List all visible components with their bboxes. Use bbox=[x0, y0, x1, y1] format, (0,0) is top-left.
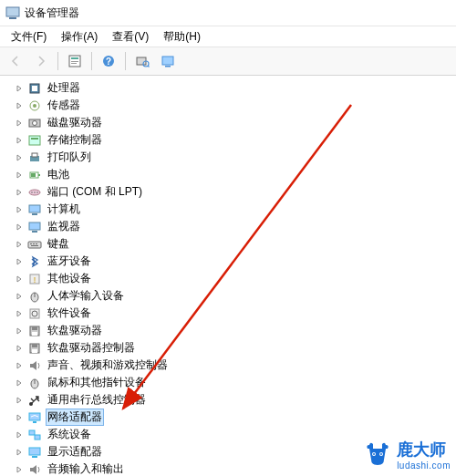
hid-icon bbox=[27, 289, 42, 304]
tree-item-usb[interactable]: 通用串行总线控制器 bbox=[5, 391, 456, 409]
svg-point-18 bbox=[33, 120, 37, 125]
expand-icon[interactable] bbox=[13, 238, 26, 251]
tree-item-label[interactable]: 网络适配器 bbox=[46, 409, 104, 426]
tree-item-cpu[interactable]: 处理器 bbox=[5, 79, 456, 97]
nav-back-button[interactable] bbox=[4, 49, 27, 73]
svg-text:?: ? bbox=[106, 57, 111, 67]
view-button[interactable] bbox=[156, 49, 180, 73]
network-icon bbox=[27, 410, 42, 425]
tree-item-printer[interactable]: 打印队列 bbox=[5, 149, 456, 166]
menu-action[interactable]: 操作(A) bbox=[54, 27, 105, 47]
tree-item-floppy[interactable]: 软盘驱动器 bbox=[5, 322, 456, 339]
tree-item-label[interactable]: 声音、视频和游戏控制器 bbox=[46, 357, 170, 374]
tree-item-label[interactable]: 电池 bbox=[46, 166, 71, 183]
tree-item-label[interactable]: 软盘驱动器 bbox=[46, 322, 104, 339]
tree-item-label[interactable]: 显示适配器 bbox=[46, 443, 104, 460]
expand-icon[interactable] bbox=[13, 290, 26, 303]
properties-button[interactable] bbox=[63, 49, 87, 73]
expand-icon[interactable] bbox=[13, 342, 26, 355]
watermark-brand: 鹿大师 bbox=[397, 440, 446, 459]
expand-icon[interactable] bbox=[13, 203, 26, 216]
scan-hardware-button[interactable] bbox=[130, 49, 154, 73]
tree-item-computer[interactable]: 计算机 bbox=[5, 201, 456, 218]
tree-item-label[interactable]: 计算机 bbox=[46, 201, 82, 218]
expand-icon[interactable] bbox=[13, 429, 26, 441]
expand-icon[interactable] bbox=[13, 134, 26, 147]
expand-icon[interactable] bbox=[13, 307, 26, 320]
menu-view[interactable]: 查看(V) bbox=[105, 27, 156, 47]
tree-item-label[interactable]: 磁盘驱动器 bbox=[46, 114, 104, 131]
tree-item-mouse[interactable]: 鼠标和其他指针设备 bbox=[5, 374, 456, 391]
expand-icon[interactable] bbox=[13, 255, 26, 268]
expand-icon[interactable] bbox=[13, 99, 26, 112]
nav-forward-button[interactable] bbox=[29, 49, 53, 73]
svg-point-27 bbox=[31, 191, 33, 193]
tree-item-label[interactable]: 传感器 bbox=[46, 97, 82, 114]
tree-item-bluetooth[interactable]: 蓝牙设备 bbox=[5, 253, 456, 270]
expand-icon[interactable] bbox=[13, 377, 26, 389]
svg-rect-31 bbox=[32, 213, 37, 215]
help-button[interactable]: ? bbox=[97, 49, 120, 73]
tree-item-floppyctl[interactable]: 软盘驱动器控制器 bbox=[5, 339, 456, 357]
tree-item-other[interactable]: !其他设备 bbox=[5, 270, 456, 287]
svg-text:!: ! bbox=[34, 275, 36, 285]
tree-item-label[interactable]: 端口 (COM 和 LPT) bbox=[46, 183, 144, 201]
expand-icon[interactable] bbox=[13, 169, 26, 181]
titlebar: 设备管理器 bbox=[0, 0, 456, 26]
expand-icon[interactable] bbox=[13, 82, 26, 95]
tree-item-label[interactable]: 鼠标和其他指针设备 bbox=[46, 374, 148, 391]
menu-help[interactable]: 帮助(H) bbox=[156, 27, 208, 47]
expand-icon[interactable] bbox=[13, 411, 26, 424]
expand-icon[interactable] bbox=[13, 463, 26, 476]
expand-icon[interactable] bbox=[13, 446, 26, 459]
watermark-url: ludashi.com bbox=[397, 460, 451, 471]
tree-item-hid[interactable]: 人体学输入设备 bbox=[5, 287, 456, 305]
svg-point-16 bbox=[33, 104, 36, 108]
tree-item-label[interactable]: 键盘 bbox=[46, 235, 71, 253]
tree-item-label[interactable]: 打印队列 bbox=[46, 149, 93, 166]
tree-item-audio[interactable]: 声音、视频和游戏控制器 bbox=[5, 357, 456, 374]
tree-item-label[interactable]: 通用串行总线控制器 bbox=[46, 391, 148, 409]
tree-item-storage[interactable]: 存储控制器 bbox=[5, 131, 456, 149]
tree-item-sensor[interactable]: 传感器 bbox=[5, 97, 456, 114]
tree-item-label[interactable]: 处理器 bbox=[46, 79, 82, 97]
tree-item-disk[interactable]: 磁盘驱动器 bbox=[5, 114, 456, 131]
svg-point-63 bbox=[373, 453, 375, 455]
expand-icon[interactable] bbox=[13, 186, 26, 199]
device-tree[interactable]: 处理器传感器磁盘驱动器存储控制器打印队列电池端口 (COM 和 LPT)计算机监… bbox=[0, 76, 456, 476]
svg-rect-1 bbox=[9, 17, 16, 19]
tree-item-label[interactable]: 其他设备 bbox=[46, 270, 93, 287]
svg-rect-55 bbox=[33, 421, 36, 423]
tree-item-label[interactable]: 软盘驱动器控制器 bbox=[46, 339, 137, 357]
tree-item-port[interactable]: 端口 (COM 和 LPT) bbox=[5, 183, 456, 201]
expand-icon[interactable] bbox=[13, 221, 26, 233]
tree-item-label[interactable]: 监视器 bbox=[46, 218, 82, 235]
svg-rect-30 bbox=[29, 205, 40, 212]
expand-icon[interactable] bbox=[13, 151, 26, 164]
tree-item-network[interactable]: 网络适配器 bbox=[5, 409, 456, 426]
tree-item-label[interactable]: 蓝牙设备 bbox=[46, 253, 93, 270]
audioio-icon bbox=[27, 462, 42, 477]
expand-icon[interactable] bbox=[13, 117, 26, 129]
tree-item-label[interactable]: 人体学输入设备 bbox=[46, 287, 126, 305]
expand-icon[interactable] bbox=[13, 273, 26, 285]
tree-item-battery[interactable]: 电池 bbox=[5, 166, 456, 183]
tree-item-keyboard[interactable]: 键盘 bbox=[5, 235, 456, 253]
tree-item-label[interactable]: 存储控制器 bbox=[46, 131, 104, 149]
svg-rect-19 bbox=[29, 136, 40, 145]
tree-item-software[interactable]: 软件设备 bbox=[5, 305, 456, 322]
expand-icon[interactable] bbox=[13, 394, 26, 407]
tree-item-label[interactable]: 软件设备 bbox=[46, 305, 93, 322]
other-icon: ! bbox=[27, 272, 42, 286]
svg-point-28 bbox=[34, 191, 36, 193]
expand-icon[interactable] bbox=[13, 325, 26, 337]
menu-file[interactable]: 文件(F) bbox=[4, 27, 54, 47]
expand-icon[interactable] bbox=[13, 359, 26, 372]
svg-rect-0 bbox=[6, 7, 19, 16]
tree-item-monitor[interactable]: 监视器 bbox=[5, 218, 456, 235]
svg-rect-34 bbox=[28, 242, 41, 248]
tree-item-label[interactable]: 系统设备 bbox=[46, 426, 93, 443]
tree-item-label[interactable]: 音频输入和输出 bbox=[46, 460, 126, 476]
watermark-logo: 鹿大师 ludashi.com bbox=[362, 439, 451, 471]
svg-rect-14 bbox=[32, 86, 37, 91]
